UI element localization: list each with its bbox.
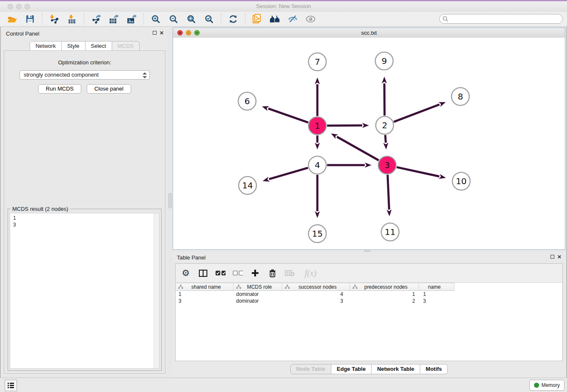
hide-selected-button[interactable] <box>285 13 300 25</box>
toolbar-separator <box>245 13 245 25</box>
table-settings-button[interactable]: ⚙ <box>181 268 191 279</box>
graph-edge-2-3[interactable] <box>385 135 385 143</box>
zoom-in-button[interactable] <box>148 13 163 25</box>
tab-motifs[interactable]: Motifs <box>420 364 448 374</box>
control-panel: Control Panel ✕ Network Style Select MCD… <box>2 28 168 376</box>
graph-edge-3-1[interactable] <box>337 137 379 160</box>
column-header-mcds-role[interactable]: MCDS role <box>234 283 282 291</box>
network-view-window: ✕ − + scc.txt 1234678910111415 <box>173 28 565 250</box>
hierarchy-icon <box>178 284 183 289</box>
open-folder-icon <box>7 15 17 23</box>
float-table-panel-icon[interactable] <box>550 254 554 259</box>
vertical-splitter-grip[interactable] <box>168 193 172 208</box>
zoom-fit-icon <box>187 15 196 24</box>
network-graph[interactable]: 1234678910111415 <box>173 38 565 249</box>
export-network-button[interactable] <box>88 13 104 25</box>
show-all-button[interactable] <box>303 13 318 25</box>
result-scrollbar[interactable] <box>154 213 159 368</box>
table-panel-tabs: Node Table Edge Table Network Table Moti… <box>173 364 565 374</box>
criterion-value: strongly connected component <box>24 72 99 78</box>
column-header-name[interactable]: name <box>419 283 454 291</box>
toggle-panel-layout-button[interactable] <box>198 268 208 279</box>
import-network-icon <box>50 14 59 24</box>
graph-edge-2-9[interactable] <box>384 83 385 116</box>
table-row[interactable]: 1 dominator 4 1 1 <box>176 291 562 298</box>
export-image-icon <box>127 14 137 24</box>
tab-node-table[interactable]: Node Table <box>290 364 331 374</box>
tab-edge-table[interactable]: Edge Table <box>331 364 372 374</box>
open-session-button[interactable] <box>5 13 20 25</box>
tab-mcds[interactable]: MCDS <box>112 41 140 51</box>
network-canvas[interactable]: 1234678910111415 <box>173 38 565 249</box>
toolbar-separator <box>143 13 144 25</box>
graph-node-label-15: 15 <box>312 229 322 239</box>
export-image-button[interactable] <box>124 13 139 25</box>
hierarchy-icon <box>236 284 241 289</box>
table-row[interactable]: 3 dominator 3 2 3 <box>176 298 562 304</box>
float-panel-icon[interactable] <box>153 30 157 36</box>
mcds-panel: Optimization criterion: strongly connect… <box>4 50 165 374</box>
close-panel-icon[interactable]: ✕ <box>160 30 164 36</box>
toolbar-separator <box>84 13 84 25</box>
export-table-button[interactable] <box>106 13 121 25</box>
import-network-button[interactable] <box>47 13 62 25</box>
zoom-out-button[interactable] <box>166 13 181 25</box>
app-title: Session: New Session <box>0 3 567 9</box>
task-history-button[interactable] <box>5 380 17 391</box>
mcds-result-text[interactable]: 1 3 <box>10 213 160 369</box>
add-column-button[interactable] <box>250 268 260 279</box>
graph-node-label-3: 3 <box>385 160 390 170</box>
graph-edge-4-14[interactable] <box>269 168 308 179</box>
result-line: 3 <box>13 221 159 228</box>
select-all-button[interactable] <box>215 268 226 279</box>
graph-node-label-6: 6 <box>245 96 250 106</box>
checked-boxes-icon <box>215 271 226 276</box>
network-from-selection-icon <box>253 14 262 24</box>
column-header-predecessor-nodes[interactable]: predecessor nodes <box>350 283 419 291</box>
column-header-successor-nodes[interactable]: successor nodes <box>282 283 350 291</box>
table-toolbar: ⚙ <box>176 264 562 283</box>
edge-layer <box>268 83 439 211</box>
table-panel-title: Table Panel <box>177 254 206 261</box>
graph-edge-1-6[interactable] <box>268 108 308 122</box>
graph-node-label-1: 1 <box>315 121 320 131</box>
run-mcds-button[interactable]: Run MCDS <box>38 84 81 94</box>
trash-icon <box>269 269 276 277</box>
tab-style[interactable]: Style <box>62 41 85 51</box>
tab-network[interactable]: Network <box>30 41 62 51</box>
optimization-criterion-label: Optimization criterion: <box>4 59 165 66</box>
graph-edge-3-11[interactable] <box>388 175 389 210</box>
save-session-button[interactable] <box>22 13 38 25</box>
mcds-result-title: MCDS result (2 nodes) <box>11 206 70 212</box>
select-stepper-icon <box>143 72 147 79</box>
deselect-all-button[interactable] <box>233 268 243 279</box>
column-header-shared-name[interactable]: shared name <box>176 283 234 291</box>
home-button[interactable] <box>267 13 283 25</box>
main-toolbar <box>0 12 567 27</box>
network-from-selection-button[interactable] <box>250 13 265 25</box>
delete-table-button-disabled <box>285 268 295 279</box>
graph-edge-2-8[interactable] <box>394 105 440 122</box>
graph-edge-1-2[interactable] <box>327 125 362 126</box>
refresh-button[interactable] <box>226 13 241 25</box>
zoom-fit-button[interactable] <box>184 13 199 25</box>
zoom-selected-button[interactable] <box>201 13 217 25</box>
memory-button[interactable]: Memory <box>529 380 564 391</box>
import-table-button[interactable] <box>64 13 80 25</box>
search-input[interactable] <box>439 14 563 24</box>
close-panel-button[interactable]: Close panel <box>87 84 131 94</box>
zoom-selected-icon <box>205 15 214 24</box>
graph-edge-3-10[interactable] <box>396 167 439 177</box>
tab-network-table[interactable]: Network Table <box>372 364 420 374</box>
tab-select[interactable]: Select <box>85 41 112 51</box>
graph-node-label-9: 9 <box>382 56 387 66</box>
criterion-select[interactable]: strongly connected component <box>19 70 150 80</box>
graph-node-label-7: 7 <box>315 57 320 67</box>
delete-column-button[interactable] <box>267 268 278 279</box>
eye-icon <box>306 15 316 23</box>
table-rows: 1 dominator 4 1 1 3 dominator 3 2 3 <box>176 291 562 304</box>
houses-icon <box>270 15 281 23</box>
export-table-icon <box>109 14 119 24</box>
status-bar: Memory <box>0 378 567 392</box>
close-table-panel-icon[interactable]: ✕ <box>557 254 561 259</box>
